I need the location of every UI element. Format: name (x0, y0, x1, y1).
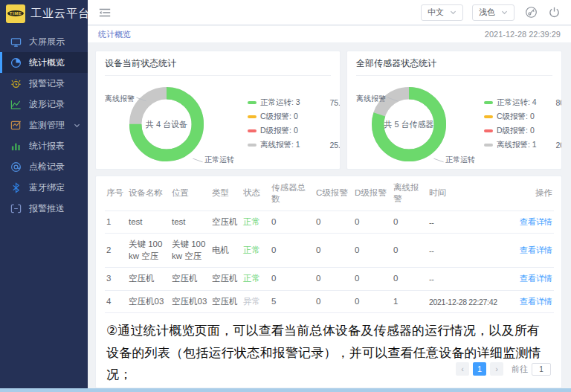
cell-d-alarm: 0 (353, 211, 392, 234)
sidebar-item-bluetooth-binding[interactable]: 蓝牙绑定 (0, 177, 88, 198)
chevron-down-icon (450, 9, 457, 16)
table-row: 1 test test 空压机 正常 0 0 0 0 -- 查看详情 (105, 211, 554, 234)
legend-item-offline[interactable]: 离线报警: 1 25.00% (248, 138, 341, 152)
sidebar-item-label: 大屏展示 (29, 36, 65, 48)
language-select-value: 中文 (428, 7, 444, 18)
sidebar-item-label: 报警记录 (29, 77, 65, 90)
sidebar-item-stats-overview[interactable]: 统计概览 (0, 52, 88, 73)
page-timestamp: 2021-12-28 22:39:29 (485, 30, 561, 39)
bar-chart-icon (10, 140, 22, 152)
legend-item-offline[interactable]: 离线报警: 1 20.00% (484, 138, 562, 152)
language-select[interactable]: 中文 (421, 4, 463, 21)
status-badge: 正常 (243, 217, 260, 226)
cell-c-alarm: 0 (314, 290, 353, 313)
legend-item-normal[interactable]: 正常运转: 3 75.00% (248, 95, 341, 109)
cell-sensor-count: 0 (270, 234, 314, 268)
cell-type: 空压机 (210, 290, 242, 313)
cell-seq: 2 (105, 234, 127, 268)
legend-marker (484, 144, 493, 147)
cell-c-alarm: 0 (314, 234, 353, 268)
logo-icon: TIME (6, 4, 25, 23)
breadcrumb[interactable]: 统计概览 (98, 29, 131, 40)
sidebar-item-inspection-records[interactable]: 点检记录 (0, 156, 88, 177)
at-icon (10, 161, 22, 173)
bluetooth-icon (10, 181, 22, 193)
theme-select[interactable]: 浅色 (472, 4, 514, 21)
sidebar-item-stats-report[interactable]: 统计报表 (0, 135, 88, 156)
legend-marker (484, 115, 493, 118)
device-table: 序号 设备名称 位置 类型 状态 传感器总数 C级报警 D级报警 离线报警 时间… (105, 176, 554, 313)
main-content: 设备当前状态统计 共 4 台设备 离线报警 正常运转 (88, 42, 571, 388)
sensor-status-donut-chart: 共 5 台传感器 离线报警 正常运转 (356, 76, 481, 170)
view-detail-link[interactable]: 查看详情 (520, 274, 552, 283)
pagination-next-button[interactable]: › (490, 362, 503, 376)
password-key-button[interactable] (525, 6, 538, 19)
pagination-goto-label: 前往 (512, 364, 528, 375)
legend-item-normal[interactable]: 正常运转: 4 80.00% (484, 95, 562, 109)
cell-offline-alarm: 0 (392, 268, 428, 291)
view-detail-link[interactable]: 查看详情 (520, 245, 552, 254)
sidebar-item-label: 统计概览 (29, 57, 65, 69)
chevron-down-icon (74, 122, 80, 129)
chart-legend: 正常运转: 4 80.00% C级报警: 0 0% D级报警: 0 0% (484, 95, 562, 170)
cell-c-alarm: 0 (314, 268, 353, 291)
power-logout-button[interactable] (548, 6, 561, 19)
logo: TIME 工业云平台 (0, 0, 88, 27)
status-badge: 异常 (243, 297, 260, 306)
pagination-goto-input[interactable] (532, 363, 551, 376)
logo-text: TIME (7, 10, 24, 16)
sidebar-item-alarm-push[interactable]: 报警推送 (0, 198, 88, 219)
monitoring-manage-icon (10, 119, 22, 131)
cell-offline-alarm: 0 (392, 211, 428, 234)
col-c-alarm: C级报警 (314, 176, 353, 211)
cell-type: 电机 (210, 234, 242, 268)
col-type: 类型 (210, 176, 242, 211)
charts-row: 设备当前状态统计 共 4 台设备 离线报警 正常运转 (95, 51, 562, 170)
table-row: 2 关键 100 kw 空压 关键 100 kw 空压 电机 正常 0 0 0 … (105, 234, 554, 268)
sidebar-item-monitoring-manage[interactable]: 监测管理 (0, 115, 88, 135)
callout-line (193, 158, 202, 162)
legend-marker (248, 129, 257, 132)
col-action: 操作 (511, 176, 554, 211)
cell-time: -- (428, 234, 511, 268)
legend-marker (484, 101, 493, 104)
breadcrumb-bar: 统计概览 2021-12-28 22:39:29 (88, 26, 571, 42)
view-detail-link[interactable]: 查看详情 (520, 297, 552, 306)
device-status-donut-chart: 共 4 台设备 离线报警 正常运转 (105, 76, 245, 170)
cell-type: 空压机 (210, 211, 242, 234)
pagination-prev-button[interactable]: ‹ (456, 362, 469, 376)
sidebar-item-label: 波形记录 (29, 98, 65, 111)
topbar: 中文 浅色 (88, 0, 571, 25)
cell-d-alarm: 0 (353, 234, 392, 268)
sidebar: TIME 工业云平台 大屏展示 统计概览 报警记录 (0, 0, 88, 388)
device-list-card: 序号 设备名称 位置 类型 状态 传感器总数 C级报警 D级报警 离线报警 时间… (95, 176, 562, 388)
card-title: 设备当前状态统计 (105, 57, 331, 76)
cell-sensor-count: 5 (270, 290, 314, 313)
sensor-status-card: 全部传感器状态统计 共 5 台传感器 离线报警 正常运转 (346, 51, 562, 170)
callout-line (387, 97, 397, 101)
sidebar-item-waveform-records[interactable]: 波形记录 (0, 94, 88, 115)
monitor-icon (10, 36, 22, 48)
col-offline-alarm: 离线报警 (392, 176, 428, 211)
legend-item-d-alarm[interactable]: D级报警: 0 0% (248, 123, 341, 138)
cell-offline-alarm: 0 (392, 234, 428, 268)
legend-item-d-alarm[interactable]: D级报警: 0 0% (484, 123, 562, 138)
sidebar-item-screen-display[interactable]: 大屏展示 (0, 31, 88, 52)
sidebar-nav: 大屏展示 统计概览 报警记录 波形记录 (0, 31, 88, 219)
pagination-page-1[interactable]: 1 (473, 362, 486, 376)
waveform-icon (10, 98, 22, 110)
cell-location: 关键 100 kw 空压 (170, 234, 210, 268)
legend-item-c-alarm[interactable]: C级报警: 0 0% (484, 109, 562, 123)
legend-marker (484, 129, 493, 132)
legend-item-c-alarm[interactable]: C级报警: 0 0% (248, 109, 341, 123)
col-sensor-count: 传感器总数 (270, 176, 314, 211)
cell-time: -- (428, 268, 511, 291)
chart-legend: 正常运转: 3 75.00% C级报警: 0 0% D级报警: 0 0% (248, 95, 341, 170)
cell-seq: 3 (105, 268, 127, 291)
sidebar-item-alarm-records[interactable]: 报警记录 (0, 73, 88, 94)
callout-normal-label: 正常运转 (193, 155, 234, 165)
view-detail-link[interactable]: 查看详情 (520, 217, 552, 226)
sidebar-collapse-button[interactable] (98, 7, 112, 19)
cell-time: -- (428, 211, 511, 234)
cell-d-alarm: 0 (353, 290, 392, 313)
